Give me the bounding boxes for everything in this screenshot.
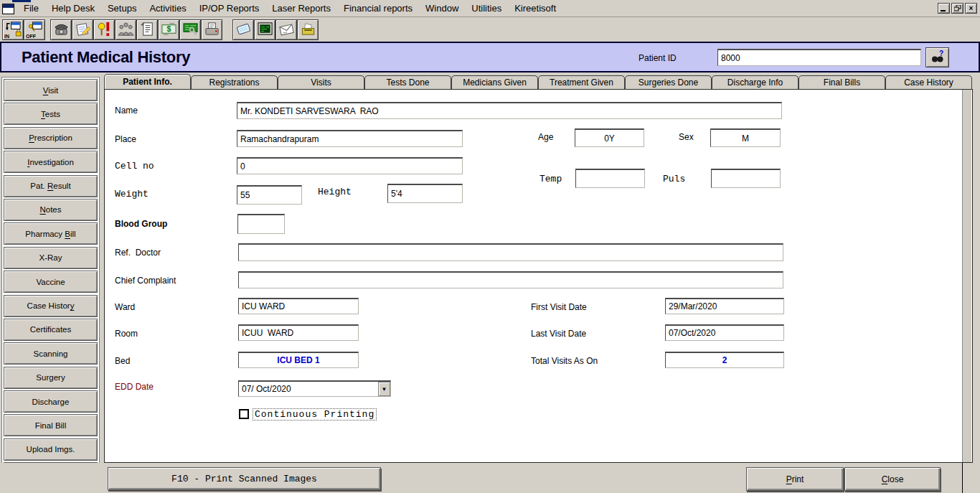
chevron-down-icon[interactable]: ▼: [378, 382, 390, 396]
sidebar-item-vaccine[interactable]: Vaccine: [4, 271, 98, 293]
first-visit-date-input[interactable]: [665, 298, 784, 314]
cell-no-input[interactable]: [237, 157, 463, 174]
tab-surgeries-done[interactable]: Surgeries Done: [625, 75, 712, 89]
menu-setups[interactable]: Setups: [101, 1, 143, 16]
last-visit-date-input[interactable]: [665, 324, 784, 341]
toolbar-button-currency[interactable]: $: [158, 19, 179, 40]
toolbar-badge: OFF: [26, 34, 36, 39]
sidebar-item-pat-result[interactable]: Pat. Result: [4, 175, 98, 197]
tab-treatment-given[interactable]: Treatment Given: [538, 75, 625, 89]
svg-text:?: ?: [939, 50, 943, 57]
tab-medicians-given[interactable]: Medicians Given: [451, 75, 538, 89]
blood-group-label: Blood Group: [115, 219, 167, 229]
toolbar-button-pushpin-alert[interactable]: [93, 19, 115, 40]
edd-date-input[interactable]: [239, 382, 378, 396]
chief-complaint-input[interactable]: [238, 271, 783, 288]
sidebar-item-certificates[interactable]: Certificates: [4, 319, 98, 341]
restore-icon[interactable]: [951, 3, 963, 14]
phone-icon: [53, 21, 70, 39]
sidebar-item-x-ray[interactable]: X-Ray: [4, 247, 98, 269]
menu-utilities[interactable]: Utilities: [465, 1, 508, 16]
puls-input[interactable]: [711, 169, 781, 188]
age-input[interactable]: [575, 128, 644, 147]
menu-help-desk[interactable]: Help Desk: [45, 1, 101, 16]
sidebar-item-surgery[interactable]: Surgery: [4, 367, 98, 389]
binoculars-help-icon: ?: [930, 50, 945, 66]
weight-input[interactable]: [237, 185, 302, 205]
minimize-icon[interactable]: [938, 3, 950, 14]
monitor-icon: [257, 21, 273, 39]
ref-doctor-input[interactable]: [238, 243, 783, 261]
note-icon: [235, 21, 252, 39]
sidebar-item-upload-imgs-[interactable]: Upload Imgs.: [4, 438, 98, 461]
room-label: Room: [115, 329, 138, 339]
toolbar-button-monitor[interactable]: [254, 19, 275, 40]
total-visits-input[interactable]: [665, 352, 784, 368]
menu-laser-reports[interactable]: Laser Reports: [265, 1, 337, 16]
toolbar-button-login[interactable]: IN: [2, 19, 24, 40]
tab-final-bills[interactable]: Final Bills: [798, 75, 885, 89]
toolbar-button-envelope[interactable]: [275, 19, 297, 40]
tab-patient-info-[interactable]: Patient Info.: [104, 74, 191, 89]
menu-ip-op-reports[interactable]: IP/OP Reports: [193, 1, 266, 16]
sidebar-item-discharge[interactable]: Discharge: [4, 390, 98, 413]
height-input[interactable]: [387, 184, 463, 203]
report-icon: [139, 21, 156, 39]
room-input[interactable]: [238, 324, 359, 341]
toolbar-button-mailbox[interactable]: [297, 19, 319, 40]
sidebar-item-investigation[interactable]: Investigation: [4, 151, 98, 173]
bed-input[interactable]: [238, 352, 359, 368]
name-label: Name: [115, 105, 138, 116]
toolbar-button-phone[interactable]: [50, 19, 72, 40]
sidebar-item-pharmacy-bill[interactable]: Pharmacy Bill: [4, 222, 98, 245]
print-button[interactable]: Print: [746, 467, 844, 491]
edd-date-label: EDD Date: [115, 382, 154, 392]
tab-discharge-info[interactable]: Discharge Info: [712, 75, 798, 89]
tab-case-history[interactable]: Case History: [885, 75, 972, 89]
sidebar-item-scanning[interactable]: Scanning: [4, 342, 98, 365]
toolbar-button-fax[interactable]: [201, 19, 222, 40]
tab-registrations[interactable]: Registrations: [191, 75, 278, 89]
tab-strip: Patient Info.RegistrationsVisitsTests Do…: [104, 74, 973, 89]
panel-right-strip: [962, 90, 971, 462]
menu-financial-reports[interactable]: Financial reports: [337, 1, 419, 16]
toolbar-button-notepad[interactable]: [72, 19, 93, 40]
close-button[interactable]: Close: [844, 467, 941, 491]
close-icon[interactable]: ×: [965, 3, 977, 14]
sidebar-item-prescription[interactable]: Prescription: [4, 127, 98, 149]
menu-activities[interactable]: Activities: [143, 1, 192, 16]
toolbar-button-patients[interactable]: [115, 19, 136, 40]
sex-input[interactable]: [710, 128, 781, 147]
sidebar-item-notes[interactable]: Notes: [4, 199, 98, 221]
toolbar-button-report[interactable]: [136, 19, 158, 40]
sidebar-item-final-bill[interactable]: Final Bill: [4, 414, 98, 436]
temp-input[interactable]: [575, 169, 645, 188]
menu-window[interactable]: Window: [419, 1, 465, 16]
menu-bar: FileHelp DeskSetupsActivitiesIP/OP Repor…: [0, 0, 980, 17]
sidebar-item-case-history[interactable]: Case History: [4, 295, 98, 317]
patient-search-button[interactable]: ?: [925, 47, 949, 67]
tab-tests-done[interactable]: Tests Done: [364, 75, 451, 89]
ward-input[interactable]: [238, 298, 359, 314]
edd-date-combo[interactable]: ▼: [238, 380, 391, 397]
blood-group-input[interactable]: [237, 214, 285, 234]
sidebar-item-tests[interactable]: Tests: [4, 103, 98, 125]
toolbar-button-logoff[interactable]: OFF: [24, 19, 45, 40]
menu-kireetisoft[interactable]: Kireetisoft: [508, 1, 562, 16]
name-input[interactable]: [237, 102, 782, 119]
window-icon[interactable]: [2, 4, 14, 14]
tab-visits[interactable]: Visits: [278, 75, 364, 89]
sidebar-item-visit[interactable]: Visit: [4, 79, 98, 101]
continuous-printing-checkbox[interactable]: [239, 409, 249, 419]
menu-file[interactable]: File: [17, 1, 45, 16]
envelope-icon: [278, 21, 295, 39]
place-input[interactable]: [237, 130, 463, 147]
sidebar: VisitTestsPrescriptionInvestigationPat. …: [1, 77, 100, 491]
toolbar-button-note[interactable]: [232, 19, 254, 40]
temp-label: Temp: [540, 174, 562, 184]
continuous-printing-label: Continuous Printing: [253, 409, 376, 420]
print-scanned-images-button[interactable]: F10 - Print Scanned Images: [108, 467, 381, 490]
patient-id-input[interactable]: [717, 49, 921, 66]
toolbar-button-tools[interactable]: [179, 19, 201, 40]
patient-id-label: Patient ID: [639, 53, 677, 63]
